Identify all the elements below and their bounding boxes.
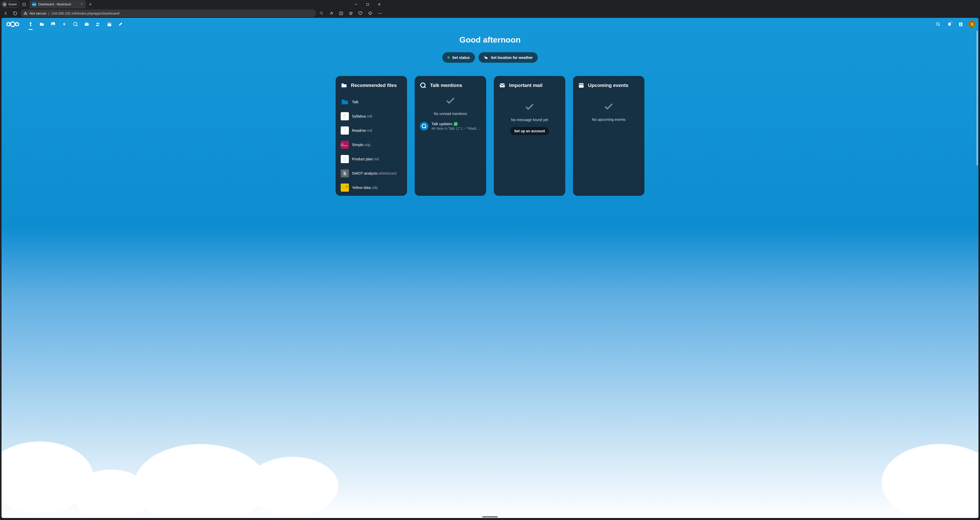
file-item[interactable]: ≡≡≡≡≡≡ Product plan.md xyxy=(341,152,386,166)
collections-icon[interactable] xyxy=(356,10,364,17)
nextcloud-favicon-icon: oOo xyxy=(32,2,36,6)
file-item[interactable]: ≡≡≡ Readme.md xyxy=(341,124,386,137)
read-aloud-icon[interactable] xyxy=(327,10,335,17)
addressbar[interactable]: Not secure | 134.209.150.140/index.php/a… xyxy=(21,10,316,17)
guest-label: Guest xyxy=(8,3,17,6)
svg-point-0 xyxy=(4,3,5,4)
split-screen-icon[interactable] xyxy=(337,10,345,17)
svg-point-6 xyxy=(380,13,380,14)
app-calendar[interactable] xyxy=(104,19,115,29)
whiteboard-thumb-icon xyxy=(341,169,349,178)
file-item[interactable]: ≡≡≡≡≡ Syllabus.odt xyxy=(341,109,386,123)
reload-button[interactable] xyxy=(11,10,19,17)
svg-point-17 xyxy=(97,23,98,24)
maximize-button[interactable] xyxy=(362,0,373,8)
doc-thumb-icon: ≡≡≡≡≡ xyxy=(341,112,349,120)
guest-profile-button[interactable]: Guest xyxy=(1,1,19,8)
folder-icon xyxy=(341,82,347,89)
back-button[interactable] xyxy=(2,10,10,17)
app-mail[interactable] xyxy=(82,19,92,29)
file-list: Talk ≡≡≡≡≡ Syllabus.odt ≡≡≡ Readme.md np… xyxy=(341,95,386,194)
svg-rect-19 xyxy=(107,23,111,26)
zoom-icon[interactable] xyxy=(318,10,326,17)
svg-point-5 xyxy=(378,13,379,14)
tab-overview-button[interactable] xyxy=(21,1,27,8)
svg-rect-26 xyxy=(345,187,348,188)
warning-icon xyxy=(24,11,27,15)
svg-rect-2 xyxy=(366,3,369,5)
svg-point-9 xyxy=(11,22,15,27)
app-photos[interactable] xyxy=(48,19,58,29)
file-item[interactable]: Talk xyxy=(341,95,386,109)
guest-avatar-icon xyxy=(2,2,7,6)
dashboard-content: Good afternoon Set status Set location f… xyxy=(2,30,386,205)
app-contacts[interactable] xyxy=(93,19,103,29)
file-item[interactable]: nple presentati Simple.odp xyxy=(341,138,386,151)
svg-point-14 xyxy=(52,23,52,24)
app-dashboard[interactable] xyxy=(25,19,36,29)
url-text: 134.209.150.140/index.php/apps/dashboard… xyxy=(51,11,120,15)
close-tab-button[interactable] xyxy=(80,3,83,6)
browser-toolbar: Not secure | 134.209.150.140/index.php/a… xyxy=(0,9,386,18)
folder-thumb-icon xyxy=(341,98,349,106)
app-activity[interactable] xyxy=(59,19,69,29)
extensions-icon[interactable] xyxy=(366,10,374,17)
status-row: Set status Set location for weather xyxy=(2,52,386,63)
widgets-row: Recommended files Talk ≡≡≡≡≡ Syllabus.od… xyxy=(2,76,386,196)
svg-rect-1 xyxy=(23,3,25,6)
app-files[interactable] xyxy=(37,19,47,29)
svg-point-10 xyxy=(16,23,19,26)
svg-point-15 xyxy=(74,22,77,26)
doc-thumb-icon: ≡≡≡ xyxy=(341,127,349,135)
svg-rect-25 xyxy=(345,185,348,187)
tab-title: Dashboard - Nextcloud xyxy=(38,3,71,6)
browser-titlebar: Guest oOo Dashboard - Nextcloud xyxy=(0,0,386,9)
doc-thumb-icon: ≡≡≡≡≡≡ xyxy=(341,155,349,163)
window-controls xyxy=(350,0,385,8)
greeting-title: Good afternoon xyxy=(2,35,386,44)
svg-rect-12 xyxy=(30,24,32,26)
more-icon[interactable] xyxy=(375,10,384,17)
widget-header: Recommended files xyxy=(341,82,386,89)
presentation-thumb-icon xyxy=(341,184,349,192)
nextcloud-page: S Good afternoon Set status Set location… xyxy=(2,18,386,205)
nextcloud-header: S xyxy=(2,18,386,30)
nextcloud-logo[interactable] xyxy=(6,21,20,28)
url-separator: | xyxy=(48,11,49,15)
app-talk[interactable] xyxy=(70,19,81,29)
new-tab-button[interactable] xyxy=(87,1,94,8)
presentation-thumb-icon: nple presentati xyxy=(341,141,349,149)
security-label: Not secure xyxy=(30,11,46,15)
minimize-button[interactable] xyxy=(350,0,361,8)
file-item[interactable]: SWOT analysis.whiteboard xyxy=(341,167,386,180)
svg-point-24 xyxy=(342,186,344,189)
svg-point-7 xyxy=(381,13,382,14)
svg-point-18 xyxy=(99,23,100,24)
widget-recommended-files: Recommended files Talk ≡≡≡≡≡ Syllabus.od… xyxy=(336,76,386,196)
svg-point-8 xyxy=(7,23,10,26)
favorites-icon[interactable] xyxy=(347,10,355,17)
file-item[interactable]: Yellow idea.odp xyxy=(341,181,386,194)
nextcloud-apps xyxy=(25,19,126,29)
close-window-button[interactable] xyxy=(374,0,385,8)
browser-tab[interactable]: oOo Dashboard - Nextcloud xyxy=(30,0,86,8)
svg-point-11 xyxy=(30,22,32,24)
app-notes[interactable] xyxy=(115,19,126,29)
widget-title: Recommended files xyxy=(351,82,386,88)
